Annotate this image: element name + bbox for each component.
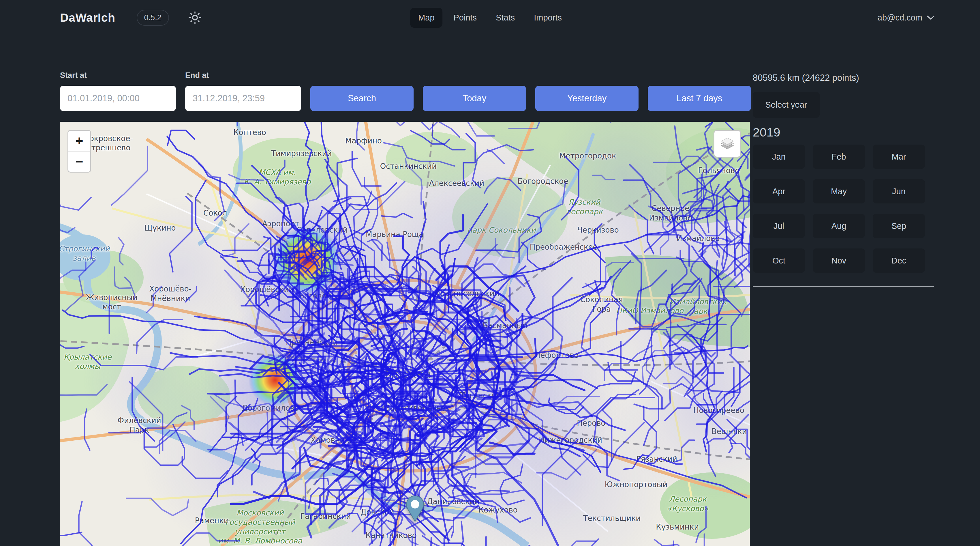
date-filter-bar: Start at End at SearchTodayYesterdayLast… <box>60 71 751 111</box>
navbar: DaWarIch 0.5.2 MapPointsStatsImports ab@… <box>0 0 980 35</box>
sun-icon <box>188 11 202 24</box>
map-canvas[interactable]: Покровское- СтрешневоКоптевоМарфиноТимир… <box>60 122 750 546</box>
year-heading: 2019 <box>753 125 934 139</box>
start-at-field-group: Start at <box>60 71 176 111</box>
start-at-label: Start at <box>60 71 176 80</box>
nav-tab[interactable]: Points <box>445 8 485 28</box>
month-button[interactable]: Jan <box>753 145 805 169</box>
filter-action-button[interactable]: Today <box>423 86 526 111</box>
location-marker-pin[interactable] <box>406 495 425 523</box>
month-button[interactable]: Dec <box>873 249 925 273</box>
select-year-button[interactable]: Select year <box>753 92 820 118</box>
month-button[interactable]: Aug <box>813 214 865 238</box>
month-button[interactable]: Oct <box>753 249 805 273</box>
month-button[interactable]: May <box>813 179 865 203</box>
version-badge: 0.5.2 <box>137 10 169 26</box>
year-sidebar: 80595.6 km (24622 points) Select year 20… <box>753 73 934 287</box>
months-grid: JanFebMarAprMayJunJulAugSepOctNovDec <box>753 145 934 273</box>
chevron-down-icon <box>927 15 934 20</box>
layers-icon <box>719 136 735 152</box>
account-menu[interactable]: ab@cd.com <box>878 13 934 22</box>
month-button[interactable]: Feb <box>813 145 865 169</box>
month-button[interactable]: Apr <box>753 179 805 203</box>
end-at-label: End at <box>185 71 301 80</box>
account-email: ab@cd.com <box>878 13 922 22</box>
main-nav: MapPointsStatsImports <box>410 8 570 28</box>
map-zoom-control: + − <box>67 130 91 172</box>
sidebar-divider <box>753 286 934 287</box>
gps-traces-heatmap-layer <box>60 122 750 546</box>
filter-action-button[interactable]: Last 7 days <box>648 86 751 111</box>
month-button[interactable]: Sep <box>873 214 925 238</box>
theme-toggle-button[interactable] <box>188 10 202 25</box>
month-button[interactable]: Jun <box>873 179 925 203</box>
distance-points-stats: 80595.6 km (24622 points) <box>753 73 934 83</box>
app-logo: DaWarIch <box>60 11 115 24</box>
filter-action-button[interactable]: Search <box>310 86 414 111</box>
month-button[interactable]: Jul <box>753 214 805 238</box>
end-at-field-group: End at <box>185 71 301 111</box>
nav-tab[interactable]: Imports <box>526 8 570 28</box>
nav-tab[interactable]: Map <box>410 8 442 28</box>
end-at-input[interactable] <box>185 86 301 111</box>
filter-action-button[interactable]: Yesterday <box>535 86 638 111</box>
zoom-in-button[interactable]: + <box>68 131 90 152</box>
month-button[interactable]: Mar <box>873 145 925 169</box>
start-at-input[interactable] <box>60 86 176 111</box>
nav-tab[interactable]: Stats <box>488 8 523 28</box>
map-layers-control[interactable] <box>714 130 741 158</box>
month-button[interactable]: Nov <box>813 249 865 273</box>
zoom-out-button[interactable]: − <box>68 152 90 172</box>
